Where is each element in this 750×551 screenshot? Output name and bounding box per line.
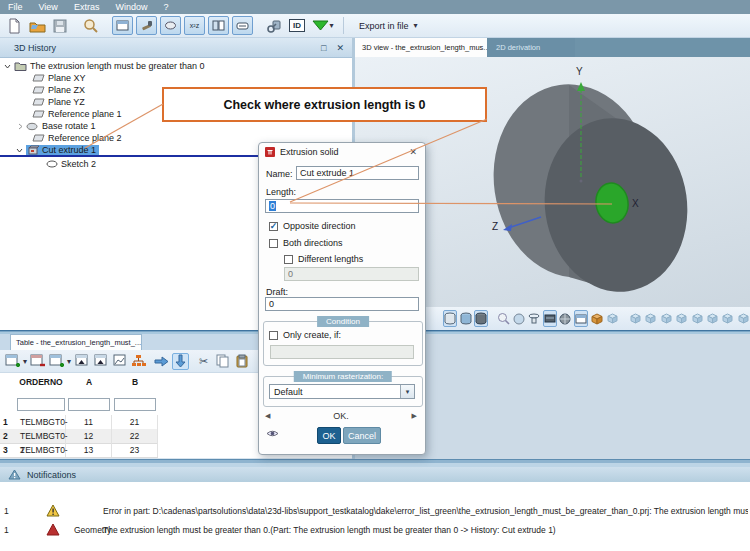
transfer-right-button[interactable] [153,353,170,370]
view-iso-2-button[interactable] [721,310,734,327]
table-row[interactable]: 2 TELMBGT0-2 12 22 [0,429,158,444]
menu-file[interactable]: File [0,2,31,12]
tree-item-reference-plane-2[interactable]: Reference plane 2 [32,132,122,144]
delete-row-button[interactable] [29,353,46,370]
add-column-caret-icon[interactable]: ▾ [67,357,71,366]
tree-item-plane-xy[interactable]: Plane XY [32,72,86,84]
opposite-direction-checkbox[interactable]: ✓ [269,222,278,231]
cell-a[interactable]: 11 [66,415,112,429]
dialog-title-bar[interactable]: Extrusion solid ✕ [259,143,425,160]
cell-orderno[interactable]: TELMBGT0-3 [16,443,66,457]
cell-b[interactable]: 22 [112,429,158,443]
add-row-button[interactable] [4,353,21,370]
notifications-header[interactable]: Notifications [0,467,750,482]
view-top-button[interactable] [690,310,703,327]
tree-item-base-rotate-1[interactable]: Base rotate 1 [18,120,96,132]
new-document-button[interactable] [4,16,24,35]
cut-button[interactable]: ✂ [195,353,212,370]
table-row[interactable]: 3 TELMBGT0-3 13 23 [0,443,158,458]
both-directions-checkbox[interactable] [269,239,278,248]
panel-maximize-button[interactable]: □ [321,43,326,53]
iso-view-button[interactable] [605,310,618,327]
filter-input-orderno[interactable] [17,398,65,411]
cell-orderno[interactable]: TELMBGT0-1 [16,415,66,429]
opposite-direction-option[interactable]: ✓ Opposite direction [269,221,356,231]
notification-row[interactable]: 1 Geometry The extrusion length must be … [0,523,750,539]
tab-2d-derivation[interactable]: 2D derivation [487,38,575,57]
filter-input-b[interactable] [114,398,156,411]
open-button[interactable] [27,16,47,35]
sphere-view-button[interactable] [512,310,525,327]
preview-eye-button[interactable] [266,429,279,438]
add-row-caret-icon[interactable]: ▾ [23,357,27,366]
tree-item-reference-plane-1[interactable]: Reference plane 1 [32,108,122,120]
bottom-splitter[interactable] [0,459,750,467]
name-field[interactable]: Cut extrude 1 [296,166,419,180]
menu-help[interactable]: ? [155,2,176,12]
both-directions-option[interactable]: Both directions [269,238,343,248]
copy-button[interactable] [214,353,231,370]
tools-toggle-button[interactable] [136,16,157,35]
cell-b[interactable]: 21 [112,415,158,429]
tree-item-sketch-2[interactable]: Sketch 2 [46,158,96,170]
history-panel-toggle-button[interactable] [112,16,133,35]
view-iso-3-button[interactable] [737,310,750,327]
view-front-button[interactable] [629,310,642,327]
quick-export-button[interactable]: ▾ [310,16,336,35]
ok-button[interactable]: OK [317,427,341,444]
table-toggle-button[interactable] [208,16,229,35]
shaded-view-button[interactable] [574,310,588,327]
different-lengths-checkbox[interactable] [284,255,293,264]
cylinder-view-button-1[interactable] [443,310,457,327]
paste-button[interactable] [233,353,250,370]
sketch-toggle-button[interactable] [160,16,181,35]
tree-item-plane-zx[interactable]: Plane ZX [32,84,85,96]
tab-3d-view[interactable]: 3D view - the_extrusion_length_mus... [355,38,487,57]
dialog-close-button[interactable]: ✕ [409,147,417,157]
zoom-view-button[interactable] [496,310,509,327]
only-create-checkbox[interactable] [269,331,278,340]
cell-b[interactable]: 23 [112,443,158,457]
insert-below-button[interactable] [92,353,109,370]
view-back-button[interactable] [644,310,657,327]
insert-above-button[interactable] [73,353,90,370]
cylinder-view-button-3[interactable] [474,310,488,327]
hierarchy-button[interactable] [130,353,147,370]
different-lengths-option[interactable]: Different lengths [284,254,363,264]
id-button[interactable]: ID [287,16,307,35]
orange-cube-button[interactable] [590,310,603,327]
save-button[interactable] [50,16,70,35]
view-left-button[interactable] [660,310,673,327]
only-create-option[interactable]: Only create, if: [269,330,341,340]
menu-extras[interactable]: Extras [66,2,108,12]
transfer-down-button[interactable] [172,353,189,370]
cylinder-view-button-2[interactable] [459,310,472,327]
tree-item-plane-yz[interactable]: Plane YZ [32,96,85,108]
nav-next-button[interactable]: ▶ [412,412,417,420]
part-link-button[interactable] [264,16,284,35]
view-right-button[interactable] [675,310,688,327]
search-button[interactable] [81,16,101,35]
filter-input-a[interactable] [68,398,110,411]
menu-view[interactable]: View [31,2,66,12]
min-rasterization-select[interactable]: Default ▾ [269,384,415,399]
cell-a[interactable]: 13 [66,443,112,457]
tree-item-root[interactable]: The extrusion length must be greater tha… [4,60,205,72]
rotate-view-button[interactable] [527,310,540,327]
draft-field[interactable]: 0 [265,297,419,311]
table-statistics-button[interactable] [111,353,128,370]
render-mode-button[interactable] [543,310,557,327]
menu-window[interactable]: Window [107,2,155,12]
panel-close-button[interactable]: ✕ [336,43,344,53]
export-in-file-button[interactable]: Export in file ▾ [351,19,426,33]
mesh-view-button[interactable] [559,310,572,327]
cell-a[interactable]: 12 [66,429,112,443]
cell-orderno[interactable]: TELMBGT0-2 [16,429,66,443]
add-column-button[interactable] [48,353,65,370]
table-row[interactable]: 1 TELMBGT0-1 11 21 [0,415,158,430]
variables-toggle-button[interactable]: x²z [184,16,205,35]
cancel-button[interactable]: Cancel [343,427,381,444]
length-field[interactable]: 0 [265,199,419,213]
table-panel-tab[interactable]: Table - the_extrusion_length_must_... [10,334,142,350]
notification-row[interactable]: 1 Error in part: D:\cadenas\partsolution… [0,504,750,520]
